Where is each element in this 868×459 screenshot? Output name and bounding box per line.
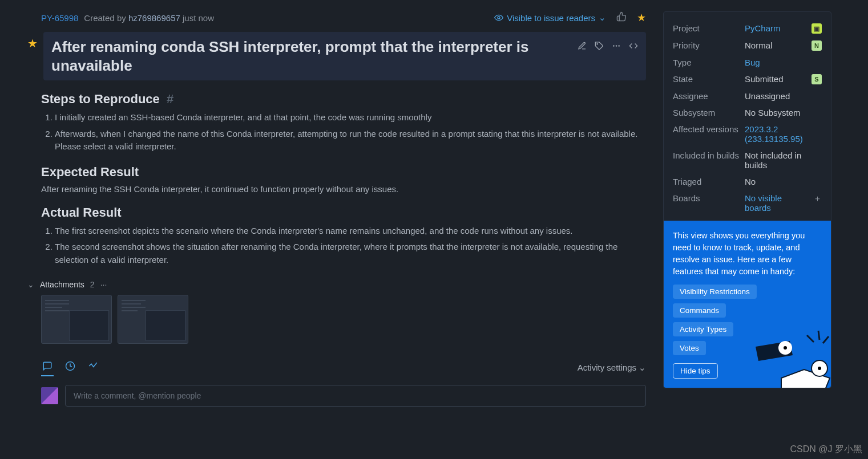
svg-line-12 — [823, 336, 829, 343]
svg-point-8 — [812, 360, 827, 376]
field-affected-versions[interactable]: Affected versions2023.3.2 (233.13135.95) — [664, 121, 831, 147]
attachment-thumbnail[interactable] — [118, 295, 188, 344]
tab-history[interactable] — [64, 359, 76, 376]
actual-list: The first screenshot depicts the scenari… — [55, 225, 646, 267]
edit-icon[interactable] — [578, 41, 587, 50]
watermark: CSDN @J 罗小黑 — [790, 444, 862, 456]
svg-point-3 — [616, 45, 617, 47]
issue-title-block: After renaming conda SSH interpreter, pr… — [43, 32, 646, 80]
field-boards[interactable]: BoardsNo visible boards＋ — [664, 190, 831, 216]
tips-panel: This view shows you everything you need … — [664, 221, 831, 388]
field-project[interactable]: ProjectPyCharm▣ — [664, 20, 831, 37]
eye-icon — [494, 13, 503, 22]
comment-input[interactable]: Write a comment, @mention people — [65, 385, 646, 407]
svg-point-1 — [597, 43, 597, 44]
activity-settings-dropdown[interactable]: Activity settings ⌄ — [578, 359, 646, 376]
visibility-dropdown[interactable]: Visible to issue readers ⌄ — [494, 13, 606, 23]
list-item: The second screenshot shows the situatio… — [55, 241, 646, 266]
issue-title: After renaming conda SSH interpreter, pr… — [51, 38, 570, 75]
expected-heading: Expected Result — [41, 165, 646, 180]
chevron-down-icon: ⌄ — [639, 363, 646, 373]
more-icon[interactable]: ··· — [100, 280, 107, 289]
field-triaged[interactable]: TriagedNo — [664, 173, 831, 190]
anchor-icon[interactable]: # — [167, 92, 173, 106]
steps-heading: Steps to Reproduce # — [41, 92, 646, 107]
tip-chip-visibility[interactable]: Visibility Restrictions — [673, 285, 757, 299]
tips-body: This view shows you everything you need … — [673, 230, 822, 278]
expected-body: After renaming the SSH Conda interpreter… — [41, 184, 646, 194]
pycharm-icon: ▣ — [812, 23, 822, 34]
hide-tips-button[interactable]: Hide tips — [673, 363, 718, 379]
list-item: I initially created an SSH-based Conda i… — [55, 111, 646, 124]
svg-point-2 — [613, 45, 615, 47]
star-button[interactable]: ★ — [637, 11, 646, 24]
attachments-count: 2 — [90, 280, 95, 289]
star-icon[interactable]: ★ — [27, 36, 38, 50]
attachment-thumbnail[interactable] — [41, 295, 112, 344]
created-by-label: Created by hz769869657 just now — [84, 13, 214, 23]
field-state[interactable]: StateSubmittedS — [664, 71, 831, 88]
priority-badge: N — [812, 40, 822, 51]
tip-chip-commands[interactable]: Commands — [673, 303, 726, 318]
svg-point-4 — [618, 45, 620, 47]
tip-chip-activity-types[interactable]: Activity Types — [673, 322, 733, 336]
more-icon[interactable] — [612, 41, 621, 50]
field-included-in-builds[interactable]: Included in buildsNot included in builds — [664, 147, 831, 173]
list-item: Afterwards, when I changed the name of t… — [55, 128, 646, 153]
svg-point-9 — [818, 367, 821, 370]
add-board-icon[interactable]: ＋ — [813, 193, 822, 204]
svg-point-0 — [498, 17, 500, 19]
actual-heading: Actual Result — [41, 205, 646, 220]
field-assignee[interactable]: AssigneeUnassigned — [664, 88, 831, 104]
issue-id-link[interactable]: PY-65998 — [41, 13, 78, 23]
tab-activity[interactable] — [87, 359, 99, 376]
tag-icon[interactable] — [595, 41, 604, 50]
steps-list: I initially created an SSH-based Conda i… — [55, 111, 646, 153]
chevron-down-icon: ⌄ — [599, 13, 606, 23]
avatar — [41, 387, 58, 404]
thumbs-up-button[interactable] — [616, 11, 627, 24]
code-icon[interactable] — [629, 41, 638, 50]
tab-comments[interactable] — [41, 359, 54, 376]
state-badge: S — [812, 74, 822, 84]
chevron-down-icon[interactable]: ⌄ — [27, 280, 34, 289]
tip-chip-votes[interactable]: Votes — [673, 341, 706, 355]
attachments-label[interactable]: Attachments — [40, 280, 84, 289]
field-type[interactable]: TypeBug — [664, 54, 831, 71]
fields-panel: ProjectPyCharm▣ PriorityNormalN TypeBug … — [663, 11, 831, 388]
author-link[interactable]: hz769869657 — [128, 13, 180, 23]
list-item: The first screenshot depicts the scenari… — [55, 225, 646, 238]
field-priority[interactable]: PriorityNormalN — [664, 37, 831, 54]
field-subsystem[interactable]: SubsystemNo Subsystem — [664, 104, 831, 121]
